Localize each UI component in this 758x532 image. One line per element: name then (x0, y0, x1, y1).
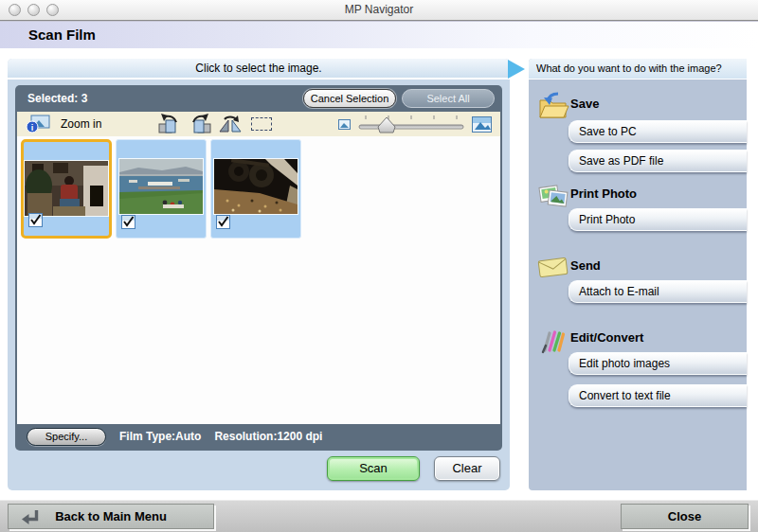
selection-panel-header: Click to select the image. (8, 59, 510, 80)
thumbnail-checkbox[interactable] (216, 215, 230, 233)
select-all-button[interactable]: Select All (402, 89, 495, 108)
section-title-save: Save (570, 97, 599, 111)
save-to-pc-button[interactable]: Save to PC (568, 120, 747, 143)
close-button[interactable]: Close (621, 504, 749, 529)
crop-select-icon[interactable] (251, 117, 272, 131)
edit-convert-icon (537, 325, 569, 355)
envelope-icon (537, 254, 569, 284)
rotate-right-icon[interactable] (188, 114, 212, 134)
small-image-icon[interactable] (338, 119, 351, 130)
scan-settings-bar: Specify... Film Type:AutoResolution:1200… (15, 424, 502, 451)
cancel-selection-button[interactable]: Cancel Selection (303, 89, 396, 108)
convert-to-text-button[interactable]: Convert to text file (568, 384, 747, 407)
actions-panel: What do you want to do with the image? S… (529, 59, 747, 490)
window-title: MP Navigator (0, 0, 758, 21)
save-as-pdf-button[interactable]: Save as PDF file (568, 150, 747, 172)
film-type-value: Film Type:Auto (119, 430, 201, 443)
thumbnail-tile-2[interactable] (116, 139, 207, 239)
thumbnail-browser: Selected: 3 Cancel Selection Select All … (15, 85, 502, 451)
back-button-label: Back to Main Menu (55, 509, 167, 523)
actions-panel-header: What do you want to do with the image? (529, 59, 747, 80)
svg-text:i: i (31, 123, 34, 133)
photo-harbor-scene (119, 159, 203, 214)
clear-button[interactable]: Clear (434, 456, 500, 481)
rotate-left-icon[interactable] (157, 114, 182, 134)
thumbnail-checkbox[interactable] (28, 213, 43, 231)
print-photo-button[interactable]: Print Photo (568, 208, 747, 231)
back-arrow-icon (22, 509, 40, 525)
attach-to-email-button[interactable]: Attach to E-mail (568, 280, 747, 303)
footer-bar: Back to Main Menu Close (0, 500, 758, 532)
pointer-triangle-icon (508, 60, 525, 79)
edit-photo-images-button[interactable]: Edit photo images (568, 352, 747, 375)
thumbnail-tile-1[interactable] (21, 139, 112, 239)
back-to-main-menu-button[interactable]: Back to Main Menu (8, 504, 214, 529)
window-titlebar: MP Navigator (0, 0, 758, 21)
thumbnail-list (17, 136, 500, 424)
mirror-icon[interactable] (218, 115, 243, 133)
selected-count-label: Selected: 3 (27, 92, 87, 105)
print-photo-icon (537, 181, 569, 211)
zoom-slider[interactable] (358, 115, 464, 134)
image-selection-panel: Click to select the image. Selected: 3 C… (8, 59, 510, 490)
resolution-value: Resolution:1200 dpi (214, 430, 322, 443)
photo-indoor-portrait (25, 161, 108, 216)
large-image-icon[interactable] (472, 116, 492, 133)
thumbnail-tile-3[interactable] (210, 139, 301, 239)
page-title: Scan Film (28, 27, 96, 43)
specify-button[interactable]: Specify... (27, 428, 106, 446)
scan-button[interactable]: Scan (327, 456, 420, 481)
photo-machinery (214, 159, 298, 214)
thumbnail-toolbar: i Zoom in (17, 112, 500, 136)
section-title-send: Send (570, 258, 601, 273)
zoom-in-label: Zoom in (61, 117, 101, 131)
section-title-edit-convert: Edit/Convert (570, 330, 643, 345)
save-folder-icon (537, 91, 569, 121)
film-info-label: Film Type:AutoResolution:1200 dpi (119, 430, 335, 443)
section-title-print: Print Photo (570, 186, 637, 201)
thumbnail-checkbox[interactable] (121, 215, 135, 233)
page-header-bar: Scan Film (0, 21, 758, 48)
image-info-icon[interactable]: i (26, 115, 50, 133)
